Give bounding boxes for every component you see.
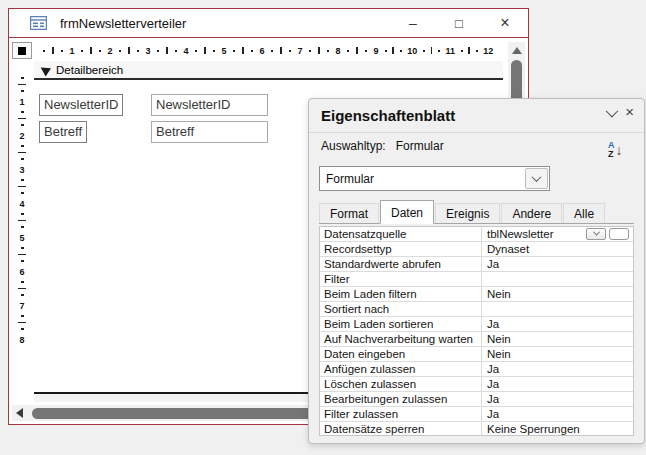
property-value-cell[interactable] [482, 272, 633, 286]
panel-close-icon[interactable]: × [625, 106, 634, 118]
property-value-cell[interactable]: Ja [482, 392, 633, 406]
detail-section-bar[interactable]: Detailbereich [34, 61, 503, 80]
section-label: Detailbereich [56, 64, 123, 76]
property-row: Beim Laden filtern Nein [320, 287, 633, 302]
property-value-text: Nein [487, 333, 631, 345]
property-tab[interactable]: Andere [501, 203, 562, 223]
scroll-up-arrow-icon[interactable] [512, 47, 522, 54]
panel-title: Eigenschaftenblatt [321, 107, 455, 124]
close-button[interactable]: × [482, 9, 528, 37]
property-value-cell[interactable]: Nein [482, 347, 633, 361]
property-name-cell[interactable]: Anfügen zulassen [320, 362, 482, 376]
object-selector-value: Formular [326, 172, 374, 186]
property-value-text: Ja [487, 393, 631, 405]
property-name-cell[interactable]: Datensätze sperren [320, 422, 482, 436]
property-row: Datensatzquelle tblNewsletter [320, 227, 633, 242]
property-table: Datensatzquelle tblNewsletter Recordsett… [319, 226, 634, 436]
window-controls: – □ × [390, 9, 528, 37]
property-value-text: Nein [487, 288, 631, 300]
property-value-text: Nein [487, 348, 631, 360]
chevron-down-icon [532, 172, 542, 182]
property-tab[interactable]: Format [319, 203, 379, 223]
property-row: Datensätze sperren Keine Sperrungen [320, 422, 633, 436]
sort-z-letter: Z [608, 150, 615, 159]
property-row: Bearbeitungen zulassen Ja [320, 392, 633, 407]
property-row: Filter [320, 272, 633, 287]
property-row: Recordsettyp Dynaset [320, 242, 633, 257]
object-selector-combobox[interactable]: Formular [319, 166, 550, 191]
maximize-button[interactable]: □ [436, 9, 482, 37]
property-value-text: tblNewsletter [487, 228, 586, 240]
label-control-newsletterid[interactable]: NewsletterID [39, 94, 123, 116]
property-tab[interactable]: Alle [563, 203, 605, 223]
property-tab[interactable]: Daten [380, 200, 434, 224]
property-value-cell[interactable]: Ja [482, 377, 633, 391]
property-value-cell[interactable]: Ja [482, 407, 633, 421]
field-row: NewsletterID NewsletterID [39, 94, 123, 116]
property-name-cell[interactable]: Filter [320, 272, 482, 286]
property-value-text: Ja [487, 378, 631, 390]
property-value-cell[interactable]: Nein [482, 332, 633, 346]
property-row: Auf Nachverarbeitung warten Nein [320, 332, 633, 347]
field-row: Betreff Betreff [39, 121, 87, 143]
property-value-cell[interactable]: Nein [482, 287, 633, 301]
property-name-cell[interactable]: Sortiert nach [320, 302, 482, 316]
section-arrow-icon [38, 63, 51, 76]
property-name-cell[interactable]: Beim Laden sortieren [320, 317, 482, 331]
property-value-cell[interactable]: Dynaset [482, 242, 633, 256]
scroll-left-arrow-icon[interactable] [16, 408, 23, 418]
property-value-text: Keine Sperrungen [487, 423, 631, 435]
property-tab[interactable]: Ereignis [435, 203, 500, 223]
minimize-button[interactable]: – [390, 9, 436, 37]
property-name-cell[interactable]: Auf Nachverarbeitung warten [320, 332, 482, 346]
sort-down-arrow: ↓ [616, 142, 623, 158]
property-value-cell[interactable] [482, 302, 633, 316]
property-row: Beim Laden sortieren Ja [320, 317, 633, 332]
property-row: Standardwerte abrufen Ja [320, 257, 633, 272]
property-name-cell[interactable]: Standardwerte abrufen [320, 257, 482, 271]
property-row: Daten eingeben Nein [320, 347, 633, 362]
label-control-betreff[interactable]: Betreff [39, 121, 87, 143]
property-value-text: Ja [487, 363, 631, 375]
chevron-down-icon [592, 229, 599, 236]
panel-header: Eigenschaftenblatt × [309, 99, 644, 133]
property-name-cell[interactable]: Filter zulassen [320, 407, 482, 421]
property-value-text: Dynaset [487, 243, 631, 255]
sort-alphabetical-icon[interactable]: A Z ↓ [608, 137, 634, 163]
property-name-cell[interactable]: Datensatzquelle [320, 227, 482, 241]
selection-type-label: Auswahltyp: [321, 139, 386, 153]
selection-type-value: Formular [396, 139, 444, 153]
property-value-cell[interactable]: Ja [482, 257, 633, 271]
value-dropdown-button[interactable] [586, 228, 606, 240]
property-sheet-panel: Eigenschaftenblatt × Auswahltyp:Formular… [308, 98, 645, 444]
property-tabs: FormatDatenEreignisAndereAlle [319, 201, 634, 224]
combobox-dropdown-button[interactable] [525, 168, 548, 189]
vertical-ruler[interactable]: 12345678 [12, 61, 32, 402]
property-value-cell[interactable]: tblNewsletter [482, 227, 633, 241]
property-row: Sortiert nach [320, 302, 633, 317]
textbox-control-newsletterid[interactable]: NewsletterID [151, 94, 268, 116]
property-value-text: Ja [487, 318, 631, 330]
form-selector-button[interactable] [12, 42, 32, 59]
panel-collapse-chevron-icon[interactable] [606, 104, 619, 117]
property-value-cell[interactable]: Ja [482, 317, 633, 331]
property-row: Löschen zulassen Ja [320, 377, 633, 392]
form-icon [30, 16, 47, 30]
property-name-cell[interactable]: Recordsettyp [320, 242, 482, 256]
selection-type-row: Auswahltyp:Formular [321, 139, 444, 153]
textbox-control-betreff[interactable]: Betreff [151, 121, 268, 143]
property-value-buttons [586, 228, 629, 240]
property-name-cell[interactable]: Daten eingeben [320, 347, 482, 361]
property-row: Anfügen zulassen Ja [320, 362, 633, 377]
horizontal-ruler[interactable]: 123456789101112 [34, 42, 503, 59]
property-name-cell[interactable]: Bearbeitungen zulassen [320, 392, 482, 406]
form-selector-square-icon [18, 47, 26, 55]
property-value-cell[interactable]: Ja [482, 362, 633, 376]
value-builder-button[interactable] [609, 228, 629, 240]
property-value-cell[interactable]: Keine Sperrungen [482, 422, 633, 436]
window-titlebar: frmNewsletterverteiler – □ × [9, 9, 528, 38]
property-name-cell[interactable]: Beim Laden filtern [320, 287, 482, 301]
property-row: Filter zulassen Ja [320, 407, 633, 422]
property-name-cell[interactable]: Löschen zulassen [320, 377, 482, 391]
window-title: frmNewsletterverteiler [60, 16, 186, 31]
